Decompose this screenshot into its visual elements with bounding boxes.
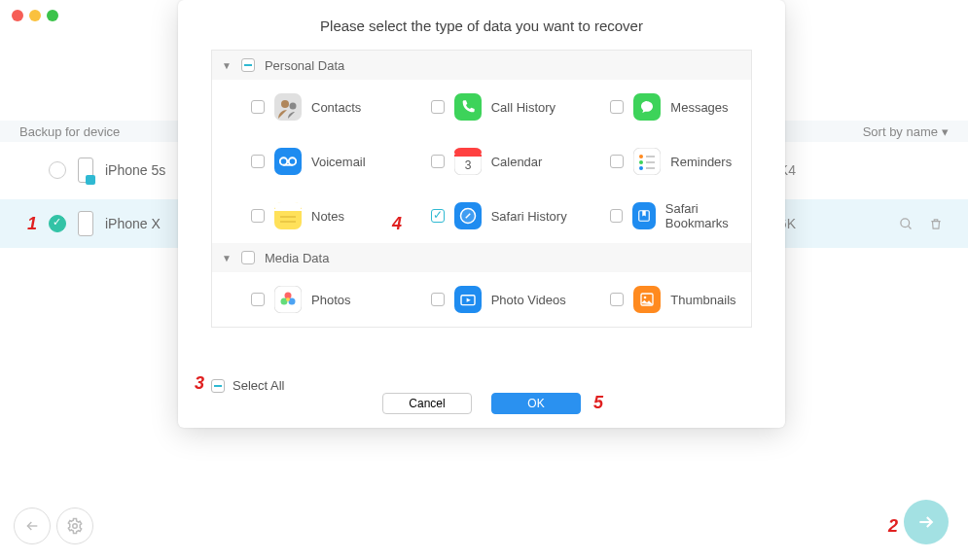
item-label: Photos (311, 293, 350, 307)
item-checkbox[interactable] (251, 209, 265, 223)
sort-dropdown[interactable]: Sort by name ▾ (863, 124, 949, 139)
back-button[interactable] (14, 508, 51, 544)
item-checkbox[interactable] (431, 100, 445, 114)
next-button[interactable] (904, 500, 949, 544)
group-label: Media Data (265, 251, 329, 265)
item-checkbox[interactable] (431, 293, 445, 306)
item-label: Safari Bookmarks (665, 201, 751, 230)
svg-point-9 (289, 158, 297, 165)
svg-rect-24 (274, 209, 302, 211)
svg-point-6 (281, 100, 289, 108)
settings-button[interactable] (56, 508, 93, 544)
select-all[interactable]: Select All (211, 378, 284, 393)
collapse-arrow-icon: ▼ (222, 253, 232, 263)
data-type-item[interactable]: Safari Bookmarks (571, 189, 751, 243)
group-header-media[interactable]: ▼ Media Data (212, 243, 751, 272)
svg-point-8 (280, 158, 288, 165)
item-label: Messages (670, 100, 728, 115)
phone-icon (78, 158, 93, 183)
item-checkbox[interactable] (431, 209, 445, 223)
search-icon[interactable] (899, 217, 914, 231)
data-type-item[interactable]: 3Calendar (392, 134, 572, 189)
data-type-item[interactable]: Voicemail (212, 134, 392, 189)
phone-icon (78, 211, 93, 236)
item-label: Call History (491, 100, 556, 115)
item-label: Calendar (491, 155, 543, 169)
select-all-label: Select All (233, 378, 284, 393)
data-type-item[interactable]: Call History (392, 80, 572, 134)
item-label: Voicemail (311, 155, 366, 169)
svg-point-18 (639, 166, 643, 170)
collapse-arrow-icon: ▼ (222, 60, 232, 71)
sort-label: Sort by name (863, 124, 938, 139)
select-radio[interactable] (49, 215, 66, 232)
svg-text:3: 3 (464, 158, 471, 172)
item-checkbox[interactable] (610, 209, 622, 223)
group-checkbox[interactable] (241, 58, 255, 72)
item-label: Notes (311, 209, 344, 224)
data-type-item[interactable]: Contacts (212, 80, 392, 134)
svg-point-0 (901, 218, 910, 227)
annotation-3: 3 (195, 373, 204, 394)
data-type-item[interactable]: Thumbnails (571, 272, 751, 327)
minimize-window-button[interactable] (29, 10, 41, 21)
group-header-personal[interactable]: ▼ Personal Data (212, 51, 751, 80)
data-type-item[interactable]: Photos (212, 272, 392, 327)
trash-icon[interactable] (929, 217, 943, 231)
cancel-button[interactable]: Cancel (382, 393, 472, 414)
item-label: Reminders (670, 155, 732, 169)
window-controls (12, 10, 58, 21)
data-type-groups: ▼ Personal Data ContactsCall HistoryMess… (211, 50, 752, 328)
data-type-item[interactable]: Safari History (392, 189, 572, 243)
ok-button[interactable]: OK (491, 393, 581, 414)
svg-point-7 (290, 103, 297, 110)
svg-point-3 (73, 524, 78, 529)
svg-rect-13 (454, 155, 482, 157)
annotation-5: 5 (593, 393, 603, 413)
data-type-item[interactable]: Photo Videos (392, 272, 572, 327)
item-checkbox[interactable] (251, 100, 265, 114)
data-type-item[interactable]: Notes (212, 189, 392, 243)
annotation-2: 2 (888, 516, 898, 537)
svg-point-17 (639, 160, 643, 164)
svg-point-34 (286, 298, 290, 301)
item-checkbox[interactable] (251, 155, 265, 168)
select-data-type-dialog: Please select the type of data you want … (178, 0, 785, 428)
select-all-checkbox[interactable] (211, 379, 225, 393)
svg-line-1 (908, 226, 911, 228)
item-label: Thumbnails (670, 293, 735, 307)
annotation-4: 4 (392, 214, 402, 234)
svg-point-16 (639, 155, 643, 158)
item-checkbox[interactable] (610, 100, 624, 114)
chevron-down-icon: ▾ (942, 124, 949, 139)
group-checkbox[interactable] (241, 251, 255, 264)
data-type-item[interactable]: Reminders (571, 134, 751, 189)
group-label: Personal Data (265, 58, 344, 73)
data-type-item[interactable]: Messages (571, 80, 751, 134)
item-label: Contacts (311, 100, 361, 115)
select-radio[interactable] (49, 161, 66, 179)
svg-point-38 (644, 297, 647, 299)
item-label: Safari History (491, 209, 567, 224)
item-checkbox[interactable] (610, 293, 624, 306)
item-label: Photo Videos (491, 293, 566, 307)
dialog-title: Please select the type of data you want … (178, 18, 785, 34)
close-window-button[interactable] (12, 10, 23, 21)
item-checkbox[interactable] (431, 155, 445, 168)
svg-marker-36 (466, 298, 470, 302)
item-checkbox[interactable] (610, 155, 624, 168)
maximize-window-button[interactable] (47, 10, 58, 21)
annotation-1: 1 (27, 214, 37, 234)
item-checkbox[interactable] (251, 293, 265, 306)
svg-rect-5 (274, 93, 302, 121)
